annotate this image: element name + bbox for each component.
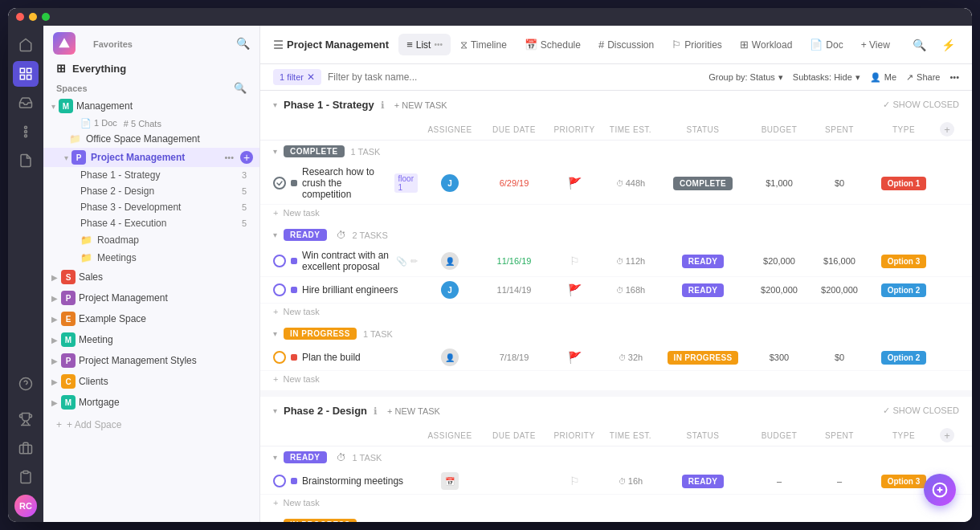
phase-strategy-collapse[interactable]: ▾ <box>273 100 277 109</box>
pm-space[interactable]: ▶ P Project Management <box>43 287 259 308</box>
tab-workload[interactable]: ⊞ Workload <box>732 34 800 55</box>
task-priority[interactable]: 🚩 <box>546 283 602 296</box>
tab-add-view[interactable]: + View <box>853 35 898 55</box>
task-status[interactable]: READY <box>659 475 747 488</box>
filter-badge[interactable]: 1 filter ✕ <box>273 69 321 85</box>
tab-timeline[interactable]: ⧖ Timeline <box>452 34 515 56</box>
task-priority[interactable]: ⚐ <box>546 475 602 487</box>
task-name[interactable]: Research how to crush the competition fl… <box>302 166 418 200</box>
task-assignee[interactable]: 👤 <box>418 252 482 270</box>
task-due-date[interactable]: 6/29/19 <box>482 178 546 188</box>
task-due-date[interactable]: 11/14/19 <box>482 285 546 295</box>
tab-schedule[interactable]: 📅 Schedule <box>517 34 589 55</box>
task-name[interactable]: Plan the build <box>302 352 418 363</box>
task-status[interactable]: READY <box>659 283 747 297</box>
task-checkbox[interactable] <box>273 255 286 267</box>
new-task-btn-ready[interactable]: +New task <box>260 304 972 320</box>
task-checkbox[interactable] <box>273 283 286 296</box>
filter-close-btn[interactable]: ✕ <box>307 71 315 83</box>
minimize-dot[interactable] <box>29 13 37 21</box>
phase-design-show-closed[interactable]: ✓ SHOW CLOSED <box>883 406 959 416</box>
task-status[interactable]: READY <box>659 255 747 268</box>
fab-button[interactable] <box>924 474 956 506</box>
phase-design-info[interactable]: ℹ <box>374 406 378 417</box>
task-status[interactable]: IN PROGRESS <box>659 351 747 365</box>
spaces-search-icon[interactable]: 🔍 <box>234 82 247 94</box>
task-assignee[interactable]: J <box>418 174 482 192</box>
more-btn[interactable]: ••• <box>949 72 959 82</box>
chat-count[interactable]: # 5 Chats <box>124 119 161 128</box>
group-by-btn[interactable]: Group by: Status ▾ <box>708 72 783 83</box>
meeting-space[interactable]: ▶ M Meeting <box>43 329 259 350</box>
phase-execution-item[interactable]: Phase 4 - Execution 5 <box>43 215 259 231</box>
tab-list[interactable]: ≡ List ••• <box>398 34 451 55</box>
task-type[interactable]: Option 2 <box>868 351 940 365</box>
task-checkbox[interactable] <box>273 351 286 364</box>
in-progress-collapse[interactable]: ▾ <box>273 329 277 338</box>
task-checkbox[interactable] <box>273 475 286 487</box>
task-assignee[interactable]: J <box>418 281 482 299</box>
task-assignee[interactable]: 👤 <box>418 349 482 366</box>
example-space[interactable]: ▶ E Example Space <box>43 308 259 329</box>
lightning-btn[interactable]: ⚡ <box>937 34 959 56</box>
in-progress-design-header[interactable]: ▾ IN PROGRESS 1 TASK <box>260 514 972 522</box>
task-type[interactable]: Option 2 <box>868 283 940 297</box>
in-progress-design-collapse[interactable]: ▾ <box>273 520 277 522</box>
docs-icon[interactable] <box>13 148 39 173</box>
phase-strategy-info[interactable]: ℹ <box>381 100 385 111</box>
briefcase-icon[interactable] <box>13 435 39 461</box>
task-type[interactable]: Option 1 <box>868 177 940 190</box>
office-space-item[interactable]: 📁 Office Space Management <box>43 130 259 148</box>
tab-discussion[interactable]: # Discussion <box>590 34 662 55</box>
widgets-icon[interactable] <box>13 119 39 145</box>
tab-doc[interactable]: 📄 Doc <box>802 34 851 55</box>
management-space[interactable]: ▾ M Management <box>43 96 259 116</box>
new-task-btn-in-progress[interactable]: +New task <box>260 371 972 387</box>
pm-more-btn[interactable]: ••• <box>221 151 237 164</box>
me-btn[interactable]: 👤 Me <box>870 72 896 83</box>
sales-space[interactable]: ▶ S Sales <box>43 267 259 287</box>
clipboard-icon[interactable] <box>13 464 39 490</box>
task-name[interactable]: Brainstorming meetings <box>302 475 418 487</box>
new-task-btn-complete[interactable]: +New task <box>260 205 972 221</box>
new-task-btn-ready-d[interactable]: +New task <box>260 495 972 511</box>
phase-strategy-show-closed[interactable]: ✓ SHOW CLOSED <box>883 100 959 110</box>
clients-space[interactable]: ▶ C Clients <box>43 371 259 392</box>
ready-group-design-header[interactable]: ▾ READY ⏱ 1 TASK <box>260 446 972 468</box>
task-priority[interactable]: ⚐ <box>546 255 602 267</box>
phase-strategy-item[interactable]: Phase 1 - Strategy 3 <box>43 167 259 183</box>
user-avatar-icon[interactable]: RC <box>13 493 39 519</box>
task-checkbox[interactable] <box>273 177 286 190</box>
home-icon[interactable] <box>13 32 39 58</box>
roadmap-folder[interactable]: 📁 Roadmap <box>43 231 259 249</box>
task-name[interactable]: Hire brilliant engineers <box>302 284 418 296</box>
add-col-btn-d[interactable]: + <box>940 428 954 442</box>
meetings-folder[interactable]: 📁 Meetings <box>43 249 259 267</box>
task-assignee[interactable]: 📅 <box>418 472 482 490</box>
trophy-icon[interactable] <box>13 406 39 432</box>
task-due-date[interactable]: 7/18/19 <box>482 353 546 362</box>
search-btn[interactable]: 🔍 <box>908 34 930 56</box>
pm-collapse-arrow[interactable]: ▾ <box>64 153 68 162</box>
ready-group-header[interactable]: ▾ READY ⏱ 2 TASKS <box>260 224 972 246</box>
close-dot[interactable] <box>16 13 24 21</box>
task-priority[interactable]: 🚩 <box>546 351 602 364</box>
phase-design-item[interactable]: Phase 2 - Design 5 <box>43 183 259 199</box>
complete-group-header[interactable]: ▾ COMPLETE 1 TASK <box>260 141 972 162</box>
complete-collapse[interactable]: ▾ <box>273 147 277 156</box>
task-priority[interactable]: 🚩 <box>546 177 602 190</box>
pm-styles-space[interactable]: ▶ P Project Management Styles <box>43 350 259 371</box>
filter-input[interactable] <box>328 71 702 83</box>
tab-priorities[interactable]: ⚐ Priorities <box>664 34 730 55</box>
phase-design-collapse[interactable]: ▾ <box>273 406 277 415</box>
add-col-btn[interactable]: + <box>940 122 954 137</box>
task-status[interactable]: COMPLETE <box>659 177 747 190</box>
project-mgmt-row[interactable]: ▾ P Project Management ••• + <box>43 148 259 167</box>
add-space-btn[interactable]: + + Add Space <box>43 413 259 437</box>
management-collapse[interactable]: ▾ <box>51 102 55 111</box>
phase-strategy-add[interactable]: + NEW TASK <box>394 100 447 110</box>
question-icon[interactable] <box>13 371 39 397</box>
task-due-date[interactable]: 11/16/19 <box>482 256 546 266</box>
task-type[interactable]: Option 3 <box>868 255 940 268</box>
doc-count[interactable]: 📄 1 Doc <box>80 118 117 128</box>
